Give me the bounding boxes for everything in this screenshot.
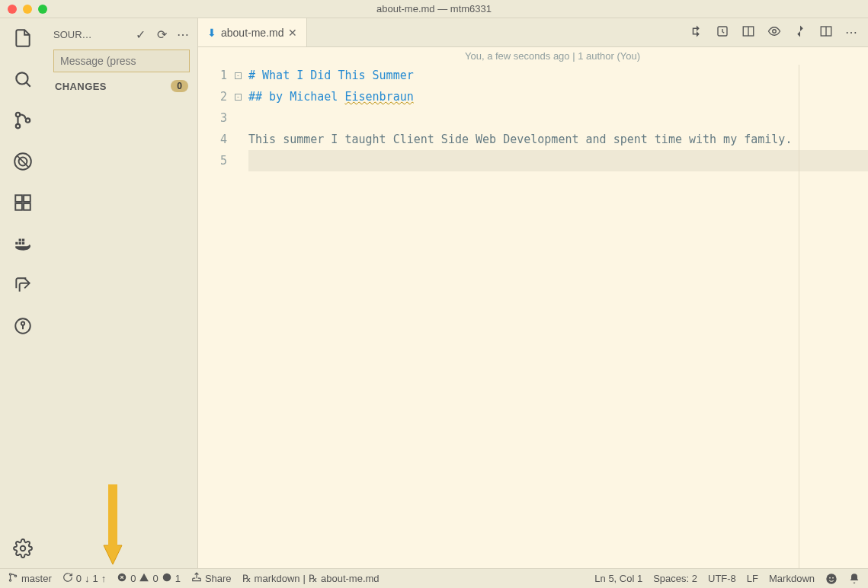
info-icon: [162, 572, 172, 585]
svg-rect-7: [24, 195, 30, 202]
git-history-icon[interactable]: [716, 24, 729, 41]
changes-count-badge: 0: [171, 80, 188, 92]
commit-message-input[interactable]: [53, 50, 190, 72]
commit-check-icon[interactable]: ✓: [133, 27, 147, 42]
branch-icon: [8, 572, 18, 585]
symbol-icon: ℞: [309, 573, 318, 584]
svg-point-0: [16, 72, 27, 84]
more-editor-actions-icon[interactable]: ⋯: [845, 25, 857, 40]
status-sync[interactable]: 0↓ 1↑: [62, 572, 106, 585]
svg-point-21: [162, 574, 171, 582]
warning-icon: [139, 572, 149, 585]
svg-point-15: [773, 29, 777, 33]
gitlens-icon[interactable]: [12, 315, 34, 337]
docker-icon[interactable]: [12, 233, 34, 254]
fold-icon[interactable]: -: [235, 72, 242, 79]
explorer-icon[interactable]: [12, 27, 34, 49]
debug-icon[interactable]: [12, 151, 34, 172]
source-control-panel: SOUR… ✓ ⟳ ⋯ CHANGES 0: [46, 18, 198, 568]
status-bar: master 0↓ 1↑ 0 0 1 Share ℞ markdown | ℞ …: [0, 568, 868, 588]
svg-point-11: [21, 322, 24, 325]
close-tab-icon[interactable]: ✕: [288, 27, 297, 39]
status-feedback-icon[interactable]: [825, 573, 838, 585]
status-bell-icon[interactable]: [848, 573, 860, 585]
refresh-icon[interactable]: ⟳: [155, 27, 168, 42]
open-preview-icon[interactable]: [741, 24, 755, 41]
svg-rect-9: [24, 203, 30, 210]
status-branch[interactable]: master: [8, 572, 52, 585]
svg-point-17: [9, 574, 11, 575]
editor-area: ⬇ about-me.md ✕ ⋯ You, a few seconds ago…: [198, 18, 868, 568]
status-problems[interactable]: 0 0 1: [117, 572, 181, 585]
tab-bar: ⬇ about-me.md ✕ ⋯: [198, 18, 868, 47]
more-actions-icon[interactable]: ⋯: [176, 27, 190, 42]
search-icon[interactable]: [12, 69, 34, 90]
status-language[interactable]: Markdown: [769, 573, 815, 584]
gitlens-annotation: You, a few seconds ago | 1 author (You): [198, 47, 868, 65]
panel-title: SOUR…: [53, 29, 126, 40]
svg-point-22: [826, 574, 836, 583]
settings-gear-icon[interactable]: [12, 538, 34, 559]
live-share-icon[interactable]: [12, 274, 34, 296]
diff-icon[interactable]: [793, 24, 807, 41]
status-eol[interactable]: LF: [747, 573, 758, 584]
status-cursor-position[interactable]: Ln 5, Col 1: [594, 573, 642, 584]
symbol-icon: ℞: [242, 573, 251, 584]
svg-point-18: [9, 580, 11, 581]
activity-bar: [0, 18, 46, 568]
markdown-file-icon: ⬇: [207, 27, 216, 39]
line-number-gutter: 1 2 3 4 5: [198, 65, 235, 568]
toggle-view-icon[interactable]: [767, 24, 781, 41]
status-indentation[interactable]: Spaces: 2: [653, 573, 697, 584]
minimap-divider: [799, 65, 799, 568]
status-scope[interactable]: ℞ markdown | ℞ about-me.md: [242, 573, 380, 584]
svg-point-1: [16, 113, 20, 117]
status-share[interactable]: Share: [191, 572, 232, 585]
svg-point-23: [829, 577, 831, 578]
tab-about-me[interactable]: ⬇ about-me.md ✕: [198, 18, 307, 46]
down-arrow-icon: ↓: [85, 573, 90, 584]
svg-point-24: [832, 577, 834, 578]
extensions-icon[interactable]: [12, 192, 34, 213]
git-compare-icon[interactable]: [690, 24, 703, 41]
window-controls: [0, 5, 47, 14]
svg-point-3: [26, 118, 30, 122]
share-icon: [191, 572, 202, 585]
changes-section-label[interactable]: CHANGES: [55, 81, 107, 92]
svg-rect-8: [15, 203, 22, 210]
up-arrow-icon: ↑: [101, 573, 107, 584]
tab-label: about-me.md: [221, 27, 283, 39]
maximize-window-button[interactable]: [38, 5, 47, 14]
minimize-window-button[interactable]: [23, 5, 32, 14]
source-control-icon[interactable]: [12, 110, 34, 131]
svg-point-2: [16, 124, 20, 128]
svg-point-12: [21, 546, 26, 551]
status-encoding[interactable]: UTF-8: [708, 573, 736, 584]
fold-icon[interactable]: -: [235, 94, 242, 101]
svg-rect-6: [15, 195, 22, 202]
title-bar: about-me.md — mtm6331: [0, 0, 868, 18]
error-icon: [117, 572, 127, 585]
fold-gutter: - -: [235, 65, 248, 568]
window-title: about-me.md — mtm6331: [376, 3, 492, 14]
close-window-button[interactable]: [8, 5, 17, 14]
split-editor-icon[interactable]: [819, 24, 833, 41]
code-editor[interactable]: 1 2 3 4 5 - - # What I Did This Summer #…: [198, 65, 868, 568]
sync-icon: [62, 572, 73, 585]
